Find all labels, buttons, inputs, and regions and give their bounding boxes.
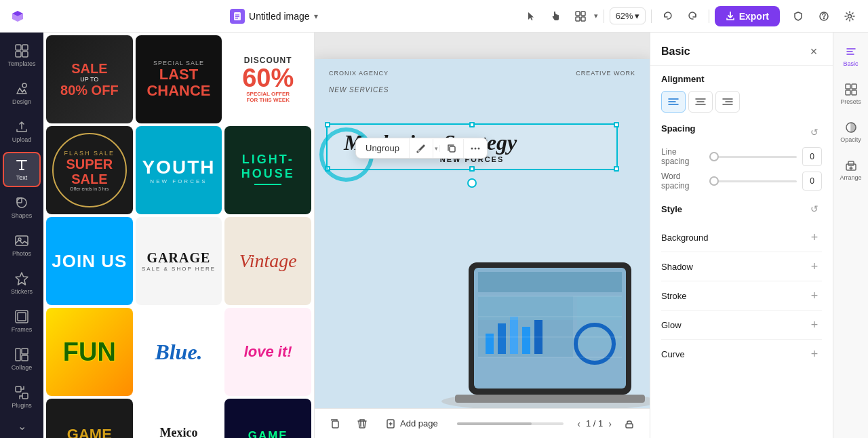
svg-rect-36 xyxy=(522,327,530,354)
copy-to-clipboard-button[interactable] xyxy=(326,414,344,433)
template-join-us[interactable]: JOIN US xyxy=(46,217,133,305)
word-spacing-slider[interactable] xyxy=(709,180,797,182)
view-caret-icon[interactable]: ▾ xyxy=(594,12,598,20)
template-loveit[interactable]: love it! xyxy=(224,308,311,396)
template-youth[interactable]: YOUTH NEW FORCES xyxy=(136,126,222,214)
sidebar-item-stickers[interactable]: Stickers xyxy=(3,266,41,301)
svg-rect-13 xyxy=(16,52,21,57)
shadow-add-button[interactable]: + xyxy=(807,259,822,274)
glow-expand-row[interactable]: Glow + xyxy=(661,311,822,340)
more-options-button[interactable] xyxy=(464,139,487,158)
prev-page-button[interactable]: ‹ xyxy=(577,418,580,429)
rotate-handle[interactable] xyxy=(467,178,477,188)
zoom-control[interactable]: 62% ▾ xyxy=(610,7,646,24)
hand-tool-button[interactable] xyxy=(545,5,567,27)
template-last-chance[interactable]: SPECIAL SALE LASTCHANCE xyxy=(136,35,222,123)
sidebar-design-label: Design xyxy=(12,98,31,105)
sidebar-item-upload[interactable]: Upload xyxy=(3,114,41,149)
lock-page-button[interactable] xyxy=(620,414,639,433)
svg-rect-5 xyxy=(581,12,585,16)
spacing-refresh-button[interactable]: ↺ xyxy=(807,125,822,140)
tab-opacity[interactable]: Opacity xyxy=(836,114,866,149)
sidebar-item-frames[interactable]: Frames xyxy=(3,303,41,338)
align-center-button[interactable] xyxy=(688,91,713,113)
page-nav: ‹ 1 / 1 › xyxy=(577,418,612,429)
redo-button[interactable] xyxy=(682,5,703,27)
template-discount-60[interactable]: DISCOUNT 60% SPECIAL OFFERFOR THIS WEEK xyxy=(224,35,311,123)
template-sale-80[interactable]: SALE UP TO 80% OFF xyxy=(46,35,133,123)
curve-expand-row[interactable]: Curve + xyxy=(661,340,822,368)
svg-point-45 xyxy=(418,150,420,152)
next-page-button[interactable]: › xyxy=(608,418,612,429)
export-label: Export xyxy=(739,11,769,22)
template-garage[interactable]: GARAGE SALE & SHOP HERE xyxy=(136,217,222,305)
delete-button[interactable] xyxy=(353,414,372,433)
logo-icon[interactable] xyxy=(8,7,27,26)
sidebar-shapes-label: Shapes xyxy=(12,212,33,219)
tab-presets[interactable]: Presets xyxy=(836,76,866,111)
style-refresh-button[interactable]: ↺ xyxy=(807,201,822,216)
background-add-button[interactable]: + xyxy=(807,230,822,245)
help-icon-button[interactable] xyxy=(814,6,834,26)
sidebar-item-plugins[interactable]: Plugins xyxy=(3,379,41,414)
svg-rect-7 xyxy=(581,17,585,21)
sidebar-item-shapes[interactable]: Shapes xyxy=(3,190,41,225)
templates-panel: SALE UP TO 80% OFF SPECIAL SALE LASTCHAN… xyxy=(43,33,315,438)
shield-icon-button[interactable] xyxy=(788,6,808,26)
tab-arrange[interactable]: Arrange xyxy=(836,152,866,187)
right-panel: Basic × Alignment xyxy=(650,33,833,438)
svg-rect-62 xyxy=(846,84,850,89)
edit-style-button[interactable] xyxy=(410,139,433,158)
sidebar-plugins-label: Plugins xyxy=(12,402,32,409)
add-page-button[interactable]: Add page xyxy=(380,416,443,432)
curve-label: Curve xyxy=(661,349,685,359)
sidebar-templates-label: Templates xyxy=(7,60,35,67)
main-area: Templates Design Upload Text xyxy=(0,33,868,438)
sidebar-item-templates[interactable]: Templates xyxy=(3,38,41,73)
topbar-center: Untitled image ▾ xyxy=(33,9,515,24)
sidebar-item-photos[interactable]: Photos xyxy=(3,228,41,263)
export-button[interactable]: Export xyxy=(715,6,780,26)
doc-title[interactable]: Untitled image xyxy=(249,11,310,22)
settings-icon-button[interactable] xyxy=(840,6,860,26)
sidebar-item-design[interactable]: Design xyxy=(3,76,41,111)
right-panel-close-button[interactable]: × xyxy=(806,43,822,60)
stroke-add-button[interactable]: + xyxy=(807,288,822,303)
template-vintage[interactable]: Vintage xyxy=(224,217,311,305)
undo-button[interactable] xyxy=(657,5,679,27)
template-blue[interactable]: Blue. xyxy=(136,308,222,396)
canvas-bottom-bar: Add page ‹ 1 / 1 › xyxy=(315,408,650,438)
svg-rect-25 xyxy=(16,386,21,392)
glow-label: Glow xyxy=(661,320,682,330)
template-fun[interactable]: FUN xyxy=(46,308,133,396)
template-super-sale[interactable]: FLASH SALE SUPERSALE Offer ends in 3 hrs xyxy=(46,126,133,214)
last-chance-text: LASTCHANCE xyxy=(146,66,210,99)
doc-caret-icon[interactable]: ▾ xyxy=(314,12,318,21)
tab-basic[interactable]: Basic xyxy=(836,38,866,73)
view-options-button[interactable] xyxy=(570,5,591,27)
template-gameover[interactable]: GAMEOVER xyxy=(224,399,311,438)
template-lighthouse[interactable]: LIGHT-HOUSE xyxy=(224,126,311,214)
sidebar-item-text[interactable]: Text xyxy=(3,152,41,187)
align-right-button[interactable] xyxy=(715,91,740,113)
shadow-expand-row[interactable]: Shadow + xyxy=(661,252,822,281)
edit-style-caret: ▾ xyxy=(433,145,440,152)
template-mexico-city[interactable]: MexicoCity. one of the world's most beau… xyxy=(136,399,222,438)
ungroup-button[interactable]: Ungroup xyxy=(356,138,410,158)
sidebar-item-collage[interactable]: Collage xyxy=(3,341,41,376)
align-left-button[interactable] xyxy=(661,91,686,113)
curve-add-button[interactable]: + xyxy=(807,346,822,361)
stroke-expand-row[interactable]: Stroke + xyxy=(661,281,822,311)
line-spacing-slider[interactable] xyxy=(709,156,797,158)
zoom-caret-icon: ▾ xyxy=(635,11,639,21)
topbar: Untitled image ▾ ▾ 62% xyxy=(0,0,868,33)
cursor-tool-button[interactable] xyxy=(521,5,542,27)
glow-add-button[interactable]: + xyxy=(807,317,822,332)
svg-rect-33 xyxy=(486,334,494,354)
topbar-tools: ▾ 62% ▾ Export xyxy=(521,5,860,27)
duplicate-button[interactable] xyxy=(440,139,464,158)
sidebar-collapse-button[interactable]: ⌄ xyxy=(11,420,33,433)
template-gameon[interactable]: GAMEON xyxy=(46,399,133,438)
background-expand-row[interactable]: Background + xyxy=(661,223,822,252)
sidebar-stickers-label: Stickers xyxy=(11,288,33,295)
